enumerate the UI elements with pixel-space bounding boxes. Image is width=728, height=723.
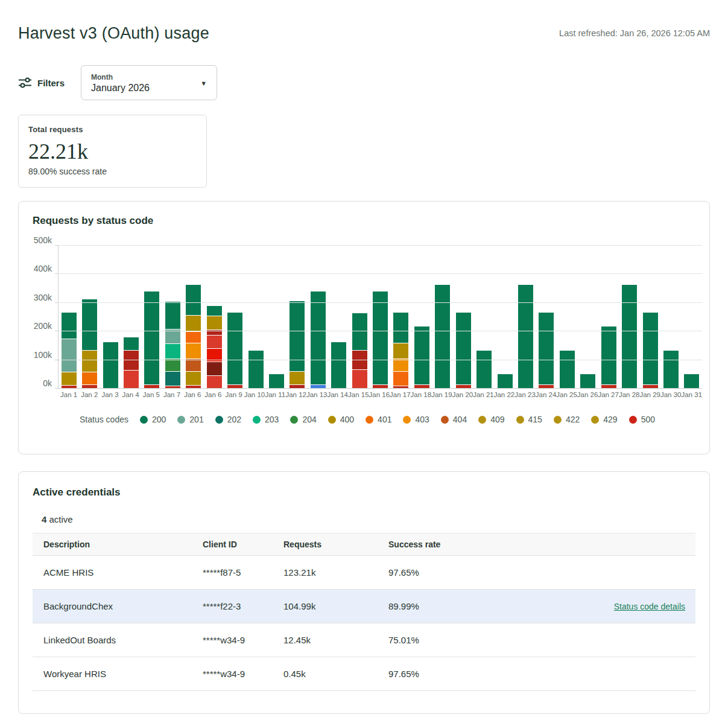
stacked-bar-jan-17[interactable]	[393, 313, 408, 389]
stacked-bar-jan-6[interactable]	[207, 306, 222, 389]
bar-segment-203[interactable]	[165, 344, 180, 358]
bar-segment-200[interactable]	[622, 285, 637, 389]
bar-segment-200[interactable]	[186, 285, 201, 316]
bar-segment-400[interactable]	[186, 316, 201, 331]
bar-segment-200[interactable]	[373, 291, 388, 384]
bar-segment-200[interactable]	[352, 313, 367, 350]
stacked-bar-jan-9[interactable]	[227, 313, 242, 389]
bar-segment-401[interactable]	[82, 372, 97, 384]
stacked-bar-jan-21[interactable]	[476, 351, 492, 389]
stacked-bar-jan-11[interactable]	[269, 374, 284, 389]
bar-segment-202[interactable]	[165, 372, 180, 386]
stacked-bar-jan-7[interactable]	[165, 302, 180, 389]
bar-segment-500[interactable]	[352, 351, 367, 369]
stacked-bar-jan-2[interactable]	[82, 299, 97, 389]
bar-segment-409[interactable]	[207, 336, 222, 348]
bar-segment-200[interactable]	[476, 351, 492, 389]
bar-segment-200[interactable]	[82, 299, 97, 350]
bar-segment-200[interactable]	[290, 301, 305, 371]
bar-segment-200[interactable]	[435, 285, 450, 389]
bar-segment-400[interactable]	[207, 316, 222, 330]
month-select[interactable]: Month January 2026 ▼	[81, 65, 217, 100]
bar-segment-400[interactable]	[393, 343, 408, 358]
stacked-bar-jan-1[interactable]	[62, 313, 77, 389]
bar-segment-429[interactable]	[124, 371, 139, 389]
bar-segment-401[interactable]	[393, 372, 408, 386]
stacked-bar-jan-12[interactable]	[290, 301, 305, 389]
filters-button[interactable]: Filters	[18, 76, 65, 89]
bar-segment-200[interactable]	[414, 326, 429, 384]
stacked-bar-jan-26[interactable]	[580, 374, 595, 389]
bar-segment-200[interactable]	[456, 313, 471, 384]
credential-row[interactable]: BackgroundChex*****f22-3104.99k89.99%Sta…	[33, 590, 695, 623]
bar-segment-500[interactable]	[124, 351, 139, 371]
status-code-details-link[interactable]: Status code details	[614, 602, 685, 611]
bar-segment-200[interactable]	[393, 313, 408, 342]
bar-segment-200[interactable]	[165, 302, 180, 329]
stacked-bar-jan-23[interactable]	[518, 285, 533, 389]
credential-row[interactable]: ACME HRIS*****f87-5123.21k97.65%	[33, 556, 695, 590]
bar-segment-200[interactable]	[498, 374, 513, 389]
bar-segment-200[interactable]	[103, 342, 118, 389]
bar-segment-200[interactable]	[580, 374, 595, 389]
bar-cell	[245, 246, 266, 389]
stacked-bar-jan-31[interactable]	[684, 374, 699, 389]
active-count-suffix: active	[46, 514, 72, 524]
bar-segment-404[interactable]	[186, 359, 201, 371]
bar-segment-429[interactable]	[352, 370, 367, 389]
bar-segment-201[interactable]	[62, 339, 77, 372]
stacked-bar-jan-18[interactable]	[414, 326, 429, 389]
stacked-bar-jan-6[interactable]	[186, 285, 201, 389]
bar-segment-409[interactable]	[186, 372, 201, 385]
stacked-bar-jan-3[interactable]	[103, 342, 118, 389]
bar-segment-403[interactable]	[393, 359, 408, 371]
bar-segment-200[interactable]	[207, 306, 222, 316]
bar-segment-200[interactable]	[269, 374, 284, 389]
bar-segment-200[interactable]	[62, 313, 77, 339]
credential-row[interactable]: Workyear HRIS*****w34-90.45k97.65%	[33, 657, 695, 691]
legend-label-415: 415	[528, 415, 542, 424]
stacked-bar-jan-24[interactable]	[539, 313, 554, 389]
bar-segment-200[interactable]	[248, 351, 264, 389]
stacked-bar-jan-13[interactable]	[311, 291, 326, 389]
stacked-bar-jan-4[interactable]	[124, 337, 139, 389]
bar-segment-403[interactable]	[186, 343, 201, 358]
stacked-bar-jan-15[interactable]	[352, 313, 367, 389]
stacked-bar-jan-29[interactable]	[643, 313, 658, 389]
bar-segment-400[interactable]	[290, 372, 305, 384]
bar-segment-429[interactable]	[207, 376, 222, 389]
stacked-bar-jan-30[interactable]	[663, 351, 679, 389]
bar-segment-200[interactable]	[601, 326, 616, 384]
bar-segment-400[interactable]	[82, 351, 97, 372]
stacked-bar-jan-19[interactable]	[435, 285, 450, 389]
credential-row[interactable]: LinkedOut Boards*****w34-912.45k75.01%	[33, 623, 695, 657]
bar-segment-400[interactable]	[62, 372, 77, 385]
bar-segment-200[interactable]	[331, 342, 346, 389]
stacked-bar-jan-20[interactable]	[456, 313, 471, 389]
stacked-bar-jan-28[interactable]	[622, 285, 637, 389]
bar-segment-422[interactable]	[207, 362, 222, 375]
stacked-bar-jan-22[interactable]	[498, 374, 513, 389]
bar-segment-200[interactable]	[684, 374, 699, 389]
bar-segment-200[interactable]	[643, 313, 658, 384]
stacked-bar-jan-25[interactable]	[560, 351, 575, 389]
bar-segment-401[interactable]	[186, 332, 201, 343]
bar-segment-200[interactable]	[144, 291, 159, 384]
bar-segment-200[interactable]	[311, 291, 326, 384]
total-requests-value: 22.21k	[28, 139, 197, 164]
col-description: Description	[33, 533, 203, 556]
bar-segment-200[interactable]	[518, 285, 533, 389]
legend-dot-400	[328, 416, 336, 424]
stacked-bar-jan-16[interactable]	[373, 291, 388, 389]
stacked-bar-jan-5[interactable]	[144, 291, 159, 389]
stacked-bar-jan-27[interactable]	[601, 326, 616, 389]
bar-segment-200[interactable]	[663, 351, 679, 389]
bar-segment-200[interactable]	[124, 337, 139, 350]
x-axis-label: Jan 13	[306, 391, 328, 398]
bar-segment-200[interactable]	[227, 313, 242, 384]
bar-segment-204[interactable]	[165, 359, 180, 371]
bar-segment-200[interactable]	[560, 351, 575, 389]
stacked-bar-jan-14[interactable]	[331, 342, 346, 389]
stacked-bar-jan-10[interactable]	[248, 351, 264, 389]
bar-segment-200[interactable]	[539, 313, 554, 384]
